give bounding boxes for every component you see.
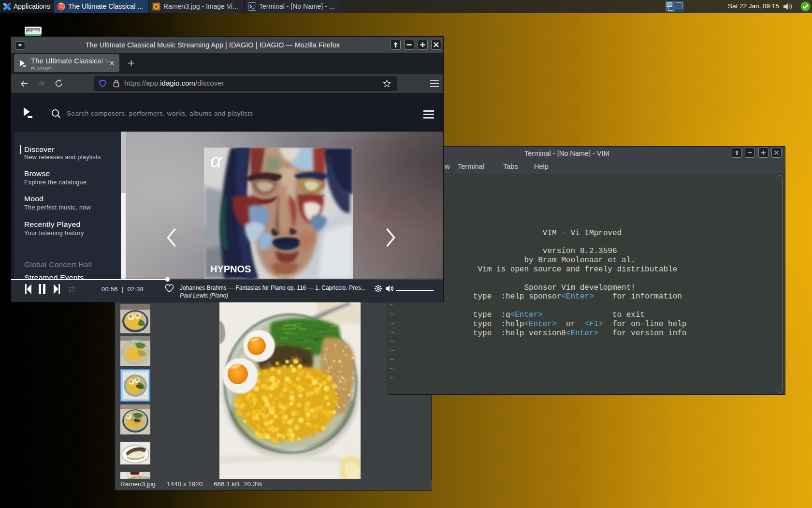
svg-text:α: α — [210, 148, 222, 172]
svg-text:HYPNOS: HYPNOS — [210, 264, 251, 274]
